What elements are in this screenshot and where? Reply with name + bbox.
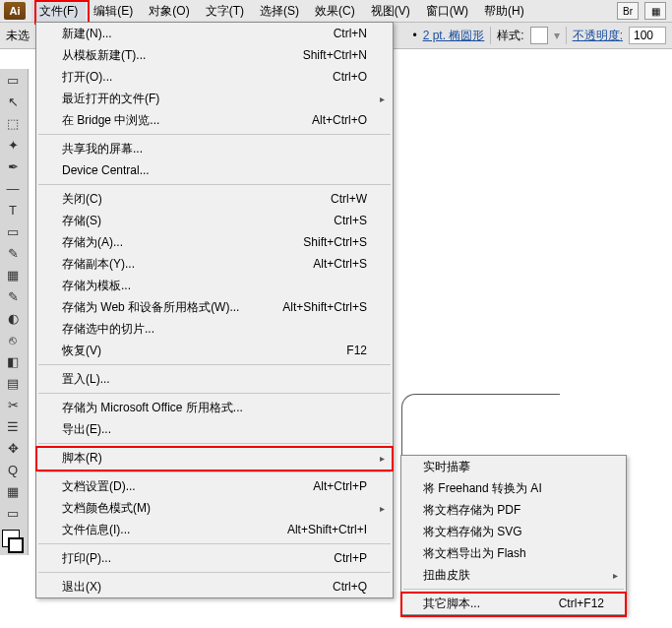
menu-item-label: 打印(P)...: [62, 550, 334, 567]
tool-14[interactable]: ▤: [0, 372, 26, 394]
menu-separator: [38, 471, 391, 472]
menu-item[interactable]: 最近打开的文件(F): [36, 88, 393, 109]
menu-item[interactable]: 从模板新建(T)...Shift+Ctrl+N: [36, 44, 393, 66]
menu-6[interactable]: 视图(V): [363, 1, 418, 22]
tool-3[interactable]: ✦: [0, 134, 26, 156]
tool-6[interactable]: T: [0, 199, 26, 220]
tool-16[interactable]: ☰: [0, 415, 26, 437]
tool-9[interactable]: ▦: [0, 264, 26, 285]
menu-item[interactable]: 恢复(V)F12: [36, 340, 393, 361]
menu-item-label: 共享我的屏幕...: [62, 141, 367, 157]
menu-item-label: 存储为模板...: [62, 278, 367, 294]
menu-item[interactable]: 退出(X)Ctrl+Q: [36, 576, 393, 597]
tool-12[interactable]: ⎋: [0, 329, 26, 350]
menu-item[interactable]: 存储为(A)...Shift+Ctrl+S: [36, 231, 393, 253]
menu-1[interactable]: 编辑(E): [86, 1, 141, 22]
submenu-item-label: 将文档导出为 Flash: [423, 545, 604, 562]
menu-item[interactable]: 文件信息(I)...Alt+Shift+Ctrl+I: [36, 519, 393, 540]
bridge-icon[interactable]: Br: [617, 2, 639, 20]
submenu-item-other-scripts[interactable]: 其它脚本...Ctrl+F12: [401, 593, 626, 614]
menu-item[interactable]: 文档设置(D)...Alt+Ctrl+P: [36, 475, 393, 497]
menu-item-shortcut: Shift+Ctrl+N: [303, 48, 367, 62]
menu-item-label: 存储为 Microsoft Office 所用格式...: [62, 400, 367, 416]
menu-item-shortcut: Shift+Ctrl+S: [303, 235, 367, 249]
menu-item[interactable]: 打印(P)...Ctrl+P: [36, 547, 393, 569]
grid-icon[interactable]: ▦: [644, 2, 666, 20]
stroke-dot-icon: •: [412, 29, 416, 42]
file-dropdown-menu: 新建(N)...Ctrl+N从模板新建(T)...Shift+Ctrl+N打开(…: [35, 22, 394, 598]
submenu-item[interactable]: 将文档存储为 PDF: [401, 499, 626, 521]
menu-item[interactable]: 存储(S)Ctrl+S: [36, 210, 393, 231]
menu-item[interactable]: 存储为 Web 和设备所用格式(W)...Alt+Shift+Ctrl+S: [36, 296, 393, 318]
tool-4[interactable]: ✒: [0, 156, 26, 177]
submenu-item-shortcut: Ctrl+F12: [559, 597, 604, 610]
menu-3[interactable]: 文字(T): [198, 1, 252, 22]
menu-2[interactable]: 对象(O): [141, 1, 197, 22]
submenu-item-label: 扭曲皮肤: [423, 567, 604, 584]
menu-item[interactable]: 在 Bridge 中浏览...Alt+Ctrl+O: [36, 109, 393, 131]
menu-item-label: 存储选中的切片...: [62, 321, 367, 338]
scripts-submenu: 实时描摹将 Freehand 转换为 AI将文档存储为 PDF将文档存储为 SV…: [400, 455, 627, 615]
menu-item-label: Device Central...: [62, 163, 367, 177]
tool-7[interactable]: ▭: [0, 220, 26, 242]
doc-status: 未选: [6, 28, 30, 44]
menu-item[interactable]: 存储副本(Y)...Alt+Ctrl+S: [36, 253, 393, 275]
menu-0[interactable]: 文件(F): [31, 1, 86, 22]
submenu-item[interactable]: 将文档存储为 SVG: [401, 521, 626, 542]
menu-separator: [38, 543, 391, 544]
submenu-item[interactable]: 扭曲皮肤: [401, 564, 626, 586]
stroke-preset-link[interactable]: 2 pt. 椭圆形: [423, 28, 485, 44]
menu-item[interactable]: 新建(N)...Ctrl+N: [36, 23, 393, 44]
menu-item[interactable]: 存储选中的切片...: [36, 318, 393, 340]
tool-18[interactable]: Q: [0, 459, 26, 480]
tool-5[interactable]: —: [0, 177, 26, 199]
menu-item[interactable]: Device Central...: [36, 159, 393, 181]
tool-17[interactable]: ✥: [0, 437, 26, 459]
menu-7[interactable]: 窗口(W): [418, 1, 476, 22]
menu-item-label: 文档设置(D)...: [62, 478, 313, 495]
menu-item[interactable]: 置入(L)...: [36, 368, 393, 390]
opacity-input[interactable]: 100: [629, 27, 666, 44]
menu-item-shortcut: Alt+Ctrl+P: [313, 479, 367, 493]
menu-item-label: 关闭(C): [62, 191, 331, 208]
style-dropdown-icon[interactable]: ▾: [554, 29, 560, 42]
tool-1[interactable]: ↖: [0, 91, 26, 112]
menu-5[interactable]: 效果(C): [307, 1, 363, 22]
menu-8[interactable]: 帮助(H): [476, 1, 532, 22]
menu-item-shortcut: Alt+Shift+Ctrl+I: [287, 523, 367, 536]
menu-separator: [38, 134, 391, 135]
menu-item-label: 在 Bridge 中浏览...: [62, 112, 312, 129]
menu-4[interactable]: 选择(S): [252, 1, 307, 22]
tool-8[interactable]: ✎: [0, 242, 26, 264]
tool-10[interactable]: ✎: [0, 285, 26, 307]
submenu-item[interactable]: 实时描摹: [401, 456, 626, 477]
tool-15[interactable]: ✂: [0, 394, 26, 415]
submenu-item[interactable]: 将 Freehand 转换为 AI: [401, 477, 626, 499]
menu-item-shortcut: Ctrl+S: [334, 214, 367, 227]
tool-11[interactable]: ◐: [0, 307, 26, 329]
menu-item[interactable]: 打开(O)...Ctrl+O: [36, 66, 393, 88]
menu-item-label: 退出(X): [62, 579, 333, 596]
fill-stroke-swatch[interactable]: [0, 528, 26, 555]
menu-item[interactable]: 共享我的屏幕...: [36, 138, 393, 159]
menu-item[interactable]: 导出(E)...: [36, 418, 393, 440]
menu-item-label: 文件信息(I)...: [62, 522, 287, 538]
tool-19[interactable]: ▦: [0, 480, 26, 502]
tool-0[interactable]: ▭: [0, 69, 26, 91]
menu-item[interactable]: 存储为模板...: [36, 275, 393, 296]
menu-separator: [403, 589, 624, 590]
tool-13[interactable]: ◧: [0, 350, 26, 372]
menu-item-shortcut: Ctrl+P: [334, 551, 367, 565]
style-swatch[interactable]: [530, 27, 548, 44]
tool-2[interactable]: ⬚: [0, 112, 26, 134]
menu-separator: [38, 184, 391, 185]
menu-item[interactable]: 存储为 Microsoft Office 所用格式...: [36, 397, 393, 418]
menu-item[interactable]: 关闭(C)Ctrl+W: [36, 188, 393, 210]
menu-item[interactable]: 文档颜色模式(M): [36, 497, 393, 519]
opacity-label[interactable]: 不透明度:: [573, 28, 623, 44]
submenu-item-label: 将文档存储为 PDF: [423, 502, 604, 519]
menu-item-shortcut: F12: [346, 344, 367, 357]
menu-item-scripts[interactable]: 脚本(R): [36, 447, 393, 469]
tool-20[interactable]: ▭: [0, 502, 26, 524]
submenu-item[interactable]: 将文档导出为 Flash: [401, 542, 626, 564]
